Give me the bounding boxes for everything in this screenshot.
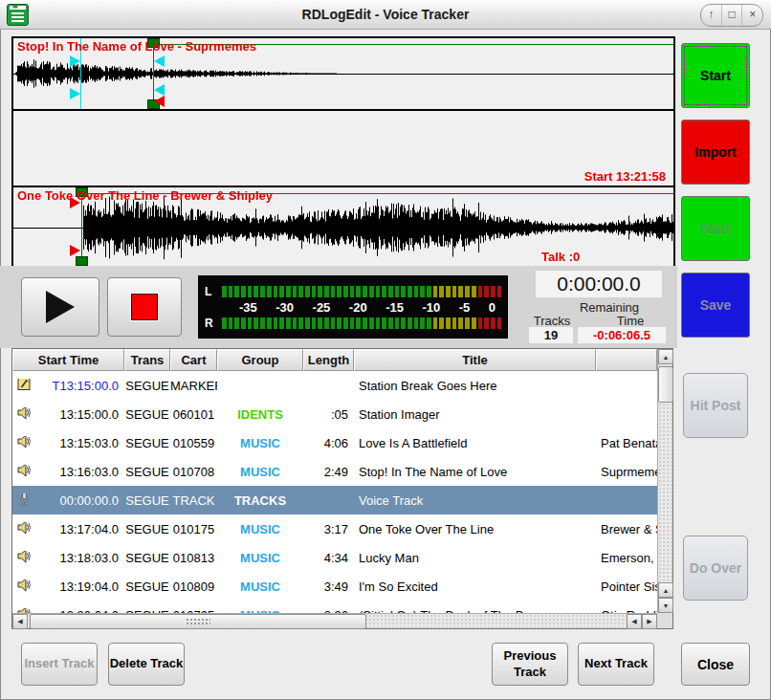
meter-segment [350,317,355,329]
column-header-start-time[interactable]: Start Time [12,349,124,371]
remaining-label: Remaining [552,300,667,315]
meter-segment [298,317,303,329]
meter-segment [248,286,253,297]
start-next-button[interactable]: Start [681,196,750,261]
track-title: Stop! In The Name of Love - Suprmemes [17,39,256,54]
cell-trans: SEGUE [124,379,170,393]
meter-segment [241,286,246,297]
cell-title: Station Imager [354,407,596,422]
previous-track-button[interactable]: Previous Track [492,643,568,686]
scroll-up-icon[interactable]: ▲ [658,349,673,364]
table-row[interactable]: T13:15:00.0SEGUEMARKERStation Break Goes… [12,371,657,400]
meter-segment [305,317,310,329]
remaining-time-label: Time [602,314,659,328]
close-icon[interactable]: × [741,5,762,26]
delete-track-button[interactable]: Delete Track [108,643,185,686]
next-track-button[interactable]: Next Track [578,643,654,686]
db-scale-label: -35 [239,300,257,315]
column-header-length[interactable]: Length [303,349,354,371]
stop-button[interactable] [107,277,182,337]
table-row[interactable]: 13:15:00.0SEGUE060101IDENTS:05Station Im… [12,400,657,428]
cell-length: 4:06 [303,436,354,450]
meter-segment [388,286,393,297]
meter-segment [274,317,278,329]
meter-segment [241,317,246,329]
meter-segment [253,317,258,329]
column-header-group[interactable]: Group [217,349,303,371]
table-row[interactable]: 13:15:03.0SEGUE010559MUSIC4:06Love Is A … [12,428,657,457]
cell-trans: SEGUE [124,522,170,536]
import-button[interactable]: Import [681,120,750,185]
waveform-track-previous[interactable]: Stop! In The Name of Love - Suprmemes [13,38,673,111]
play-button[interactable] [21,277,99,337]
meter-segment [414,317,419,329]
column-header-trans[interactable]: Trans [124,349,170,371]
cell-length: 2:49 [303,465,354,479]
title-bar: RDLogEdit - Voice Tracker ↑ □ × [0,0,771,30]
meter-segment [356,317,361,329]
cell-cart: 010809 [170,580,217,594]
vertical-scroll-thumb[interactable] [658,366,673,403]
meter-segment [465,317,470,329]
meter-segment [491,317,496,329]
cell-group: MUSIC [217,465,303,479]
elapsed-time-display: 0:00:00.0 [536,271,662,297]
cell-artist: Brewer & S [596,522,657,536]
column-header-title[interactable]: Title [354,349,596,371]
start-marker-icon[interactable] [70,245,80,256]
table-row[interactable]: 00:00:00.0SEGUETRACKTRACKSVoice Track [12,486,657,514]
do-over-button[interactable]: Do Over [683,536,748,601]
table-row[interactable]: 13:17:04.0SEGUE010175MUSIC3:17One Toke O… [12,514,657,543]
start-record-button[interactable]: Start [681,43,750,108]
insert-track-button[interactable]: Insert Track [21,643,98,686]
scroll-up-icon[interactable]: ▲ [658,582,673,598]
horizontal-scrollbar[interactable]: ◀ ◀ ▶ [12,613,657,628]
scroll-down-icon[interactable]: ▼ [658,598,673,613]
scroll-left-icon[interactable]: ◀ [12,614,28,629]
scroll-left-icon[interactable]: ◀ [627,614,642,629]
cell-start-time: 00:00:00.0 [12,493,124,508]
meter-segment [267,286,272,297]
window-shade-icon[interactable]: ↑ [701,5,721,26]
end-marker-icon[interactable] [154,96,165,107]
meter-segment [452,286,457,297]
table-row[interactable]: 13:19:04.0SEGUE010809MUSIC3:49I'm So Exc… [12,572,657,601]
cell-trans: SEGUE [124,551,170,565]
maximize-icon[interactable]: □ [721,5,742,26]
table-row[interactable]: 13:20:04.0SEGUE010705MUSIC3:36(Sittin' O… [12,601,657,613]
cell-artist: Pat Benatar [596,436,657,450]
cue-marker-icon[interactable] [154,84,165,96]
speaker-icon [17,465,32,479]
left-meter-segments [222,286,501,297]
waveform-track-next[interactable]: One Toke Over The Line - Brewer & Shiple… [13,187,673,266]
speaker-icon [17,436,32,450]
meter-segment [388,317,393,329]
log-table: Start TimeTransCartGroupLengthTitle T13:… [11,348,673,629]
segue-handle-icon[interactable] [76,256,88,266]
cue-marker-icon[interactable] [70,88,80,99]
meter-segment [446,286,451,297]
cell-start-time: T13:15:00.0 [12,379,124,393]
right-meter-segments [222,317,501,329]
cell-group: MUSIC [217,551,303,565]
speaker-icon [17,522,32,536]
column-header-cart[interactable]: Cart [170,349,217,371]
cue-marker-icon[interactable] [70,55,80,67]
close-button[interactable]: Close [681,643,750,686]
scroll-right-icon[interactable]: ▶ [642,614,657,629]
column-header-artist[interactable] [596,349,657,371]
table-row[interactable]: 13:18:03.0SEGUE010813MUSIC4:34Lucky ManE… [12,543,657,572]
waveform-track-voice[interactable]: Start 13:21:58 [13,111,673,187]
db-scale-label: -10 [422,300,440,315]
cell-start-time: 13:17:04.0 [12,522,124,536]
hit-post-button[interactable]: Hit Post [683,373,748,438]
save-button[interactable]: Save [681,273,750,338]
cell-group: MUSIC [217,522,303,536]
cell-cart: 060101 [170,407,217,422]
vertical-scrollbar[interactable]: ▲ ▲ ▼ [657,349,672,613]
rivendell-log-icon [7,4,29,26]
cue-marker-icon[interactable] [154,55,165,67]
horizontal-scroll-thumb[interactable] [30,614,366,629]
meter-segment [363,286,367,297]
table-row[interactable]: 13:16:03.0SEGUE010708MUSIC2:49Stop! In T… [12,457,657,486]
